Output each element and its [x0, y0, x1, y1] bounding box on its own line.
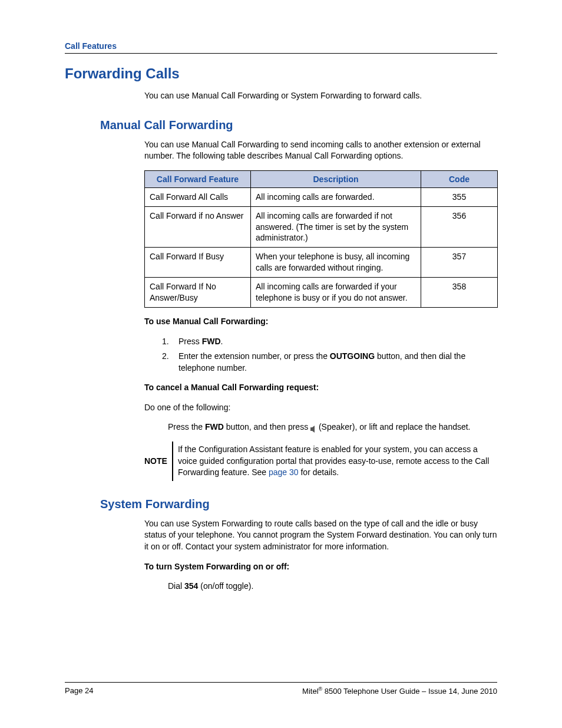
text: Dial	[168, 581, 184, 591]
cancel-intro: Do one of the following:	[144, 402, 497, 414]
page-footer: Page 24 Mitel® 8500 Telephone User Guide…	[65, 682, 497, 696]
footer-right: Mitel® 8500 Telephone User Guide – Issue…	[302, 686, 497, 696]
note-content: If the Configuration Assistant feature i…	[178, 442, 498, 481]
text: .	[221, 337, 223, 346]
text: Enter the extension number, or press the	[178, 351, 330, 361]
cell-description: All incoming calls are forwarded if not …	[251, 206, 421, 248]
step-content: Enter the extension number, or press the…	[178, 351, 497, 374]
toggle-heading: To turn System Forwarding on or off:	[144, 561, 497, 573]
text: for details.	[299, 467, 339, 477]
section-header: Call Features	[65, 41, 497, 54]
cell-code: 358	[421, 278, 498, 308]
cell-code: 355	[421, 187, 498, 206]
system-intro: You can use System Forwarding to route c…	[144, 518, 497, 553]
cancel-heading: To cancel a Manual Call Forwarding reque…	[144, 382, 497, 394]
cell-feature: Call Forward If Busy	[145, 248, 251, 278]
bold-text: OUTGOING	[330, 351, 375, 361]
cell-feature: Call Forward if no Answer	[145, 206, 251, 248]
table-row: Call Forward If Busy When your telephone…	[145, 248, 498, 278]
speaker-icon	[310, 424, 316, 431]
list-item: 1. Press FWD.	[162, 336, 497, 348]
cell-feature: Call Forward If No Answer/Busy	[145, 278, 251, 308]
step-number: 2.	[162, 351, 178, 374]
intro-text: You can use Manual Call Forwarding or Sy…	[144, 90, 497, 102]
step-number: 1.	[162, 336, 178, 348]
steps-list: 1. Press FWD. 2. Enter the extension num…	[162, 336, 497, 374]
cell-description: When your telephone is busy, all incomin…	[251, 248, 421, 278]
bold-text: 354	[184, 581, 198, 591]
svg-marker-0	[310, 426, 315, 433]
table-row: Call Forward All Calls All incoming call…	[145, 187, 498, 206]
step-content: Press FWD.	[178, 336, 497, 348]
bold-text: FWD	[205, 422, 224, 431]
call-forward-table: Call Forward Feature Description Code Ca…	[144, 170, 498, 308]
text: 8500 Telephone User Guide – Issue 14, Ju…	[322, 687, 497, 696]
cell-description: All incoming calls are forwarded if your…	[251, 278, 421, 308]
text: (on/off toggle).	[198, 581, 253, 591]
use-heading: To use Manual Call Forwarding:	[144, 316, 497, 328]
cell-code: 357	[421, 248, 498, 278]
th-feature: Call Forward Feature	[145, 170, 251, 187]
page-title: Forwarding Calls	[65, 65, 497, 82]
cell-code: 356	[421, 206, 498, 248]
toggle-line: Dial 354 (on/off toggle).	[168, 581, 497, 592]
page-link[interactable]: page 30	[269, 467, 299, 477]
list-item: 2. Enter the extension number, or press …	[162, 351, 497, 374]
cell-feature: Call Forward All Calls	[145, 187, 251, 206]
text: (Speaker), or lift and replace the hands…	[316, 422, 470, 431]
text: Press the	[168, 422, 205, 431]
text: button, and then press	[224, 422, 310, 431]
manual-heading: Manual Call Forwarding	[65, 118, 497, 132]
th-code: Code	[421, 170, 498, 187]
cancel-line: Press the FWD button, and then press (Sp…	[168, 421, 497, 433]
th-description: Description	[251, 170, 421, 187]
bold-text: FWD	[202, 337, 221, 346]
table-row: Call Forward if no Answer All incoming c…	[145, 206, 498, 248]
note-box: NOTE If the Configuration Assistant feat…	[144, 442, 498, 481]
table-row: Call Forward If No Answer/Busy All incom…	[145, 278, 498, 308]
system-heading: System Forwarding	[65, 498, 497, 511]
manual-intro: You can use Manual Call Forwarding to se…	[144, 139, 497, 162]
text: Mitel	[302, 687, 318, 696]
cell-description: All incoming calls are forwarded.	[251, 187, 421, 206]
text: Press	[178, 337, 202, 346]
note-label: NOTE	[144, 442, 173, 481]
footer-left: Page 24	[65, 686, 93, 696]
